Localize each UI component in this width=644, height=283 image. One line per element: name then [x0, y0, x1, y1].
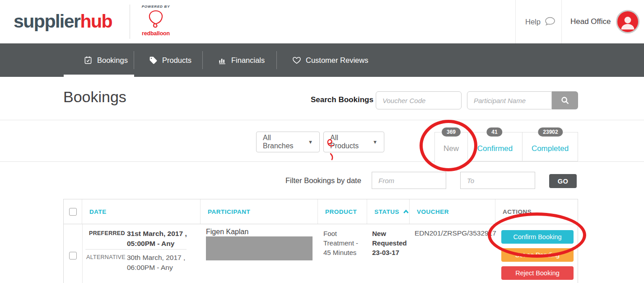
avatar — [616, 10, 639, 33]
tab-completed-label: Completed — [532, 144, 569, 153]
go-button[interactable]: GO — [549, 174, 577, 188]
tab-new-label: New — [443, 144, 459, 153]
account-label: Head Office — [570, 17, 611, 26]
date-from-input[interactable] — [372, 172, 446, 189]
chevron-down-icon: ▼ — [373, 139, 378, 145]
date-filter-label: Filter Bookings by date — [285, 176, 361, 185]
table-header-row: DATE PARTICIPANT PRODUCT STATUS VOUCHER … — [64, 199, 578, 224]
nav-item-products[interactable]: Products — [149, 43, 191, 77]
help-chat-icon — [544, 16, 556, 27]
branches-dropdown[interactable]: All Branches ▼ — [256, 132, 320, 152]
header-actions: ACTIONS — [495, 199, 578, 224]
confirm-booking-button[interactable]: Confirm Booking — [501, 230, 574, 244]
branches-dropdown-value: All Branches — [263, 134, 303, 150]
status-text: New Requested 23-03-17 — [372, 229, 409, 257]
help-link[interactable]: Help — [525, 0, 556, 43]
section-divider — [0, 161, 644, 162]
row-checkbox[interactable] — [69, 252, 77, 259]
table-row: PREFERRED 31st March, 2017 , 05:00PM - A… — [64, 224, 578, 283]
set-as-pending-button[interactable]: Set as Pending — [501, 248, 574, 262]
powered-by-label: POWERED BY — [141, 5, 171, 9]
products-dropdown-value: All Products — [330, 134, 367, 150]
header-status[interactable]: STATUS — [367, 199, 410, 224]
redballoon-balloon-icon — [147, 9, 165, 30]
search-bookings-label: Search Bookings — [311, 95, 373, 104]
nav-label: Financials — [231, 56, 265, 65]
heart-icon — [292, 56, 301, 65]
logo-divider — [130, 5, 130, 39]
voucher-code-input[interactable] — [376, 91, 462, 109]
select-all-checkbox[interactable] — [69, 208, 77, 216]
preferred-date: 31st March, 2017 , 05:00PM - Any — [127, 229, 191, 249]
header-divider — [561, 0, 562, 43]
sort-asc-icon — [403, 209, 409, 214]
logo-part-hub: hub — [80, 11, 112, 32]
tab-confirmed-count-badge: 41 — [486, 127, 502, 137]
header-voucher[interactable]: VOUCHER — [410, 199, 495, 224]
nav-label: Products — [162, 56, 191, 65]
search-button[interactable] — [552, 91, 578, 109]
supplierhub-logo[interactable]: supplierhub — [14, 10, 112, 33]
column-divider — [82, 224, 83, 283]
date-divider — [85, 249, 187, 250]
voucher-code: EDN201/ZRSPG/3532917 — [415, 229, 496, 237]
nav-item-financials[interactable]: Financials — [218, 43, 265, 77]
header-participant[interactable]: PARTICIPANT — [201, 199, 318, 224]
header-product[interactable]: PRODUCT — [318, 199, 367, 224]
redballoon-wordmark: redballoon — [141, 30, 171, 37]
products-dropdown[interactable]: All Products ▼ — [323, 132, 384, 152]
reject-booking-button[interactable]: Reject Booking — [501, 266, 574, 280]
nav-item-bookings[interactable]: Bookings — [84, 43, 128, 77]
chevron-down-icon: ▼ — [308, 139, 313, 145]
bookings-table: DATE PARTICIPANT PRODUCT STATUS VOUCHER … — [63, 199, 578, 283]
nav-label: Customer Reviews — [306, 56, 368, 65]
tab-new[interactable]: New — [434, 132, 468, 163]
header-date[interactable]: DATE — [82, 199, 201, 224]
date-to-input[interactable] — [460, 172, 535, 189]
tab-completed-count-badge: 23902 — [538, 127, 563, 137]
search-icon — [560, 95, 570, 105]
alternative-date: 30th March, 2017 , 06:00PM - Any — [127, 253, 191, 273]
section-divider — [0, 120, 644, 120]
powered-by-block: POWERED BY redballoon — [141, 5, 171, 37]
logo-part-supplier: supplier — [14, 11, 80, 32]
header-checkbox-cell — [64, 199, 82, 224]
help-label: Help — [525, 18, 541, 26]
alternative-label: ALTERNATIVE — [86, 254, 126, 260]
nav-divider — [134, 51, 134, 69]
calendar-check-icon — [84, 56, 93, 65]
app-header: supplierhub POWERED BY redballoon Help H… — [0, 0, 644, 43]
participant-name-input[interactable] — [467, 91, 552, 109]
participant-name: Figen Kaplan — [206, 228, 248, 236]
nav-item-customer-reviews[interactable]: Customer Reviews — [292, 43, 368, 77]
account-menu[interactable]: Head Office — [570, 0, 639, 43]
header-divider — [515, 0, 516, 43]
page-title: Bookings — [63, 88, 126, 106]
tag-icon — [149, 56, 158, 65]
product-name: Foot Treatment - 45 Minutes — [323, 229, 365, 257]
nav-divider — [202, 51, 203, 69]
redacted-participant-details — [206, 236, 313, 260]
tab-confirmed-label: Confirmed — [477, 144, 513, 153]
nav-label: Bookings — [97, 56, 128, 65]
bar-chart-icon — [218, 56, 227, 65]
nav-divider — [276, 51, 277, 69]
tab-new-count-badge: 369 — [442, 127, 461, 137]
nav-active-indicator — [64, 75, 134, 77]
main-nav: Bookings Products Financials Custom — [0, 43, 644, 77]
preferred-label: PREFERRED — [89, 230, 125, 236]
annotation-stray-mark — [329, 153, 335, 161]
